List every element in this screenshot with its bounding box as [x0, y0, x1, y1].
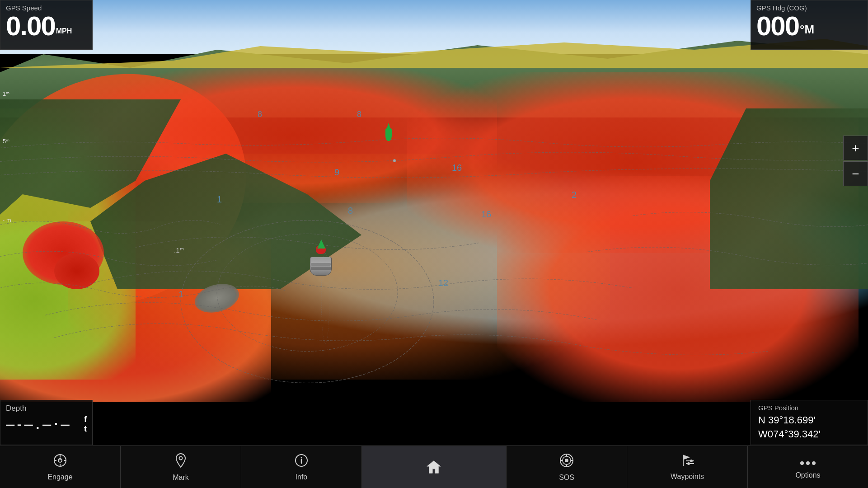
shallow-circle-2	[54, 253, 99, 289]
svg-point-27	[806, 461, 810, 465]
scale-5m: 5ᵐ	[3, 138, 9, 145]
gps-position-lat: N 39°18.699'	[758, 413, 860, 427]
gps-hdg-unit: °M	[800, 23, 814, 36]
sos-icon	[559, 453, 574, 471]
depth-label-8c: 8	[357, 110, 361, 119]
depth-label-1b: 1	[178, 289, 183, 300]
options-icon	[799, 455, 816, 469]
zoom-out-button[interactable]: −	[843, 161, 868, 186]
nav-mark-label: Mark	[173, 474, 189, 482]
marker-buoy	[384, 123, 393, 139]
svg-point-13	[300, 457, 302, 458]
depth-label-16a: 16	[452, 163, 462, 173]
nav-sos-label: SOS	[559, 474, 574, 482]
map-background[interactable]: 1 1 8 9 12 16 16 2 8 8 1ᵐ 5ᵐ - m .1ᵐ	[0, 0, 868, 488]
gps-speed-value-row: 0.00 MPH	[6, 13, 87, 40]
depth-label-16b: 16	[481, 209, 491, 220]
gps-speed-unit: MPH	[56, 27, 72, 35]
depth-color-overlay	[0, 63, 868, 389]
depth-value-area: —-—.—·— f t	[6, 415, 87, 434]
home-icon	[426, 459, 442, 475]
gps-position-widget: GPS Position N 39°18.699' W074°39.342'	[751, 400, 868, 445]
nav-sos[interactable]: SOS	[507, 446, 627, 488]
zoom-controls: + −	[843, 136, 868, 187]
gps-speed-widget: GPS Speed 0.00 MPH	[0, 0, 93, 50]
engage-icon	[53, 453, 67, 471]
depth-label-2: 2	[572, 190, 577, 200]
depth-label-8a: 8	[348, 206, 353, 216]
depth-units: f t	[84, 415, 87, 434]
gps-speed-value: 0.00	[6, 13, 55, 40]
gps-position-label: GPS Position	[758, 404, 860, 412]
mark-icon	[174, 453, 188, 471]
depth-unit-t: t	[84, 424, 87, 434]
nav-engage[interactable]: Engage	[0, 446, 121, 488]
depth-label-8b: 8	[258, 110, 262, 119]
nav-home[interactable]	[362, 446, 507, 488]
marker-buoy-top	[387, 123, 390, 128]
depth-unit-f: f	[84, 415, 87, 424]
depth-label: Depth	[6, 404, 87, 413]
scale-0-1m: .1ᵐ	[174, 246, 184, 254]
scale-1m: 1ᵐ	[3, 90, 9, 97]
bottom-navigation: Engage Mark Info	[0, 446, 868, 488]
svg-point-26	[800, 461, 804, 465]
svg-point-10	[179, 456, 182, 460]
gps-speed-unit-mph: MPH	[56, 27, 72, 35]
svg-point-16	[565, 459, 568, 462]
info-icon	[294, 453, 309, 471]
nav-engage-label: Engage	[47, 473, 72, 481]
scale-m: - m	[3, 217, 11, 224]
depth-label-9: 9	[334, 167, 339, 178]
nav-waypoints[interactable]: Waypoints	[627, 446, 748, 488]
app: 1 1 8 9 12 16 16 2 8 8 1ᵐ 5ᵐ - m .1ᵐ	[0, 0, 868, 488]
gps-position-lon: W074°39.342'	[758, 427, 860, 441]
depth-widget: Depth —-—.—·— f t	[0, 400, 93, 445]
nav-options[interactable]: Options	[748, 446, 868, 488]
nav-waypoints-label: Waypoints	[671, 473, 704, 481]
vessel-icon	[307, 239, 334, 276]
gps-hdg-value-row: 000 °M	[756, 13, 862, 40]
svg-point-23	[687, 462, 690, 465]
nav-options-label: Options	[795, 471, 820, 479]
svg-point-28	[812, 461, 816, 465]
waypoints-icon	[680, 454, 695, 470]
zoom-in-button[interactable]: +	[843, 136, 868, 160]
nav-info-label: Info	[296, 473, 308, 481]
nav-info[interactable]: Info	[241, 446, 362, 488]
gps-hdg-value: 000	[756, 13, 799, 40]
svg-point-25	[690, 460, 693, 462]
depth-label-12: 12	[438, 278, 448, 288]
nav-mark[interactable]: Mark	[121, 446, 241, 488]
depth-value: —-—.—·—	[6, 416, 80, 433]
gps-hdg-widget: GPS Hdg (COG) 000 °M	[751, 0, 868, 50]
depth-label-1a: 1	[217, 194, 222, 205]
marker-buoy-body	[385, 128, 392, 141]
